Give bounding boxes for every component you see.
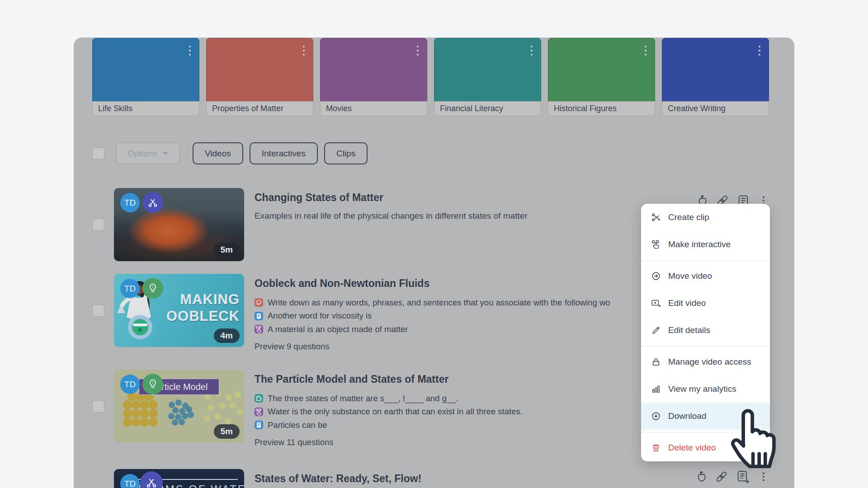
menu-item-label: View my analytics [668,384,736,394]
filter-clips-button[interactable]: Clips [324,142,368,164]
menu-item-label: Download [668,411,707,421]
interactive-bulb-icon: ? [142,374,163,394]
question-text: Another word for viscosity is [268,311,372,321]
analytics-bars-icon [651,384,661,394]
question-text: The three states of matter are s___, l__… [268,394,458,404]
scissors-icon [651,212,661,222]
clip-scissors-icon [140,471,163,488]
download-icon [651,411,661,421]
avatar: TD [120,279,140,298]
open-question-icon [255,298,263,307]
folder-card[interactable]: Properties of Matter [206,38,313,116]
question-text: A material is an object made of matter [268,324,408,334]
interactive-question-icon [255,408,263,416]
svg-text:?: ? [152,381,154,385]
chevron-down-icon [163,152,168,155]
duration-badge: 4m [214,328,240,343]
avatar: TD [120,474,140,488]
preview-questions-link[interactable]: Preview 9 questions [255,342,330,352]
filter-videos-button[interactable]: Videos [193,142,243,164]
pencil-icon [651,325,661,335]
interactive-bulb-icon: ? [142,278,163,299]
menu-item-label: Delete video [668,443,716,453]
select-all-checkbox[interactable] [92,147,104,160]
folder-name: Movies [320,101,427,116]
menu-divider [641,346,770,347]
svg-text:?: ? [152,285,154,289]
video-checkbox[interactable] [92,400,104,413]
folder-card[interactable]: Historical Figures [548,38,655,116]
folder-card[interactable]: Movies [320,38,427,116]
trash-icon [651,443,661,453]
folder-cover[interactable] [662,38,769,101]
folder-more-icon[interactable] [759,46,760,56]
folder-more-icon[interactable] [189,46,191,56]
menu-item-move-video[interactable]: Move video [641,263,770,290]
avatar: TD [120,375,140,394]
options-label: Options [127,149,157,159]
assign-apple-icon[interactable] [694,470,707,483]
fill-blank-icon [255,394,263,403]
clip-scissors-icon [142,192,163,213]
menu-item-label: Create clip [668,212,709,222]
duration-badge: 5m [214,243,240,257]
menu-item-manage-access[interactable]: Manage video access [641,348,770,375]
edit-video-icon [651,298,661,308]
folder-name: Historical Figures [548,101,655,116]
folder-cover[interactable] [92,38,199,101]
folder-cover[interactable] [548,38,655,101]
avatar: TD [120,193,140,212]
question-text: Particles can be [268,420,327,430]
options-button[interactable]: Options [116,142,180,164]
menu-item-edit-video[interactable]: Edit video [641,290,770,317]
video-thumbnail[interactable]: Particle Model TD ? 5m [114,370,244,443]
folder-grid: Life Skills Properties of Matter Movies … [92,38,769,116]
question-text: Water is the only substance on earth tha… [268,407,523,417]
video-title[interactable]: Changing States of Matter [255,192,769,204]
folder-cover[interactable] [434,38,541,101]
question-text: Write down as many words, phrases, and s… [268,298,610,308]
filter-interactives-button[interactable]: Interactives [250,142,318,164]
video-row: FORMS OF WATER TD States of Water: Ready… [92,469,769,488]
video-checkbox[interactable] [92,305,104,317]
preview-questions-link[interactable]: Preview 11 questions [255,437,333,447]
toolbar: Options Videos Interactives Clips [92,142,368,164]
menu-item-label: Edit details [668,325,710,335]
folder-name: Financial Literacy [434,101,541,116]
lock-icon [651,357,661,367]
multiple-choice-icon [255,421,263,429]
menu-item-make-interactive[interactable]: Make interactive [641,231,770,258]
pointer-hand-cursor [725,406,778,483]
menu-item-edit-details[interactable]: Edit details [641,317,770,344]
folder-card[interactable]: Creative Writing [662,38,769,116]
menu-item-label: Make interactive [668,239,731,249]
filter-group: Videos Interactives Clips [193,142,368,164]
folder-card[interactable]: Financial Literacy [434,38,541,116]
folder-more-icon[interactable] [531,46,533,56]
menu-item-label: Edit video [668,298,706,308]
menu-divider [641,260,770,261]
menu-item-label: Manage video access [668,357,751,367]
video-title[interactable]: States of Water: Ready, Set, Flow! [255,473,769,485]
duration-badge: 5m [214,424,240,439]
folder-more-icon[interactable] [645,46,646,56]
folder-cover[interactable] [320,38,427,101]
folder-name: Properties of Matter [206,101,313,116]
folder-more-icon[interactable] [417,46,419,56]
folder-name: Life Skills [92,101,199,116]
video-thumbnail[interactable]: MAKING OOBLECK TD ? 4m [114,274,244,347]
video-thumbnail[interactable]: TD 5m [114,188,244,261]
folder-cover[interactable] [206,38,313,101]
folder-more-icon[interactable] [303,46,305,56]
video-checkbox[interactable] [92,219,104,231]
video-thumbnail[interactable]: FORMS OF WATER TD [114,469,244,488]
multiple-choice-icon [255,312,263,320]
menu-item-label: Move video [668,271,712,281]
move-arrow-icon [651,271,661,281]
menu-item-view-analytics[interactable]: View my analytics [641,375,770,403]
interactive-question-icon [255,325,263,333]
folder-name: Creative Writing [662,101,769,116]
folder-card[interactable]: Life Skills [92,38,199,116]
menu-item-create-clip[interactable]: Create clip [641,204,770,231]
tap-icon [651,239,661,249]
